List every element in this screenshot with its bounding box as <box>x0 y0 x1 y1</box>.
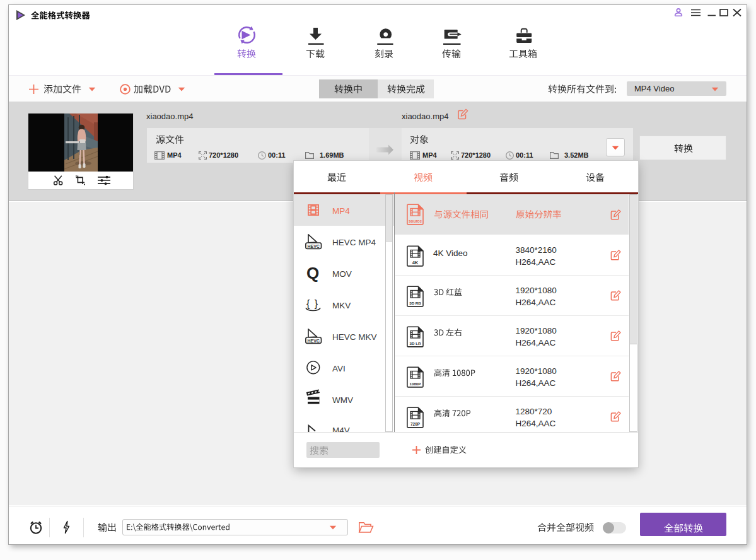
svg-text:Q: Q <box>306 264 319 283</box>
svg-text:}: } <box>315 298 318 309</box>
svg-text:1080P: 1080P <box>410 382 421 386</box>
svg-text:HEVC: HEVC <box>307 339 319 343</box>
svg-text:720P: 720P <box>410 422 421 426</box>
svg-text:HEVC: HEVC <box>307 244 319 248</box>
svg-text:3D LR: 3D LR <box>410 341 421 346</box>
svg-text:source: source <box>409 219 422 223</box>
svg-text:{: { <box>306 298 310 309</box>
svg-text:4K: 4K <box>412 260 419 265</box>
svg-text:3D RB: 3D RB <box>409 301 421 305</box>
